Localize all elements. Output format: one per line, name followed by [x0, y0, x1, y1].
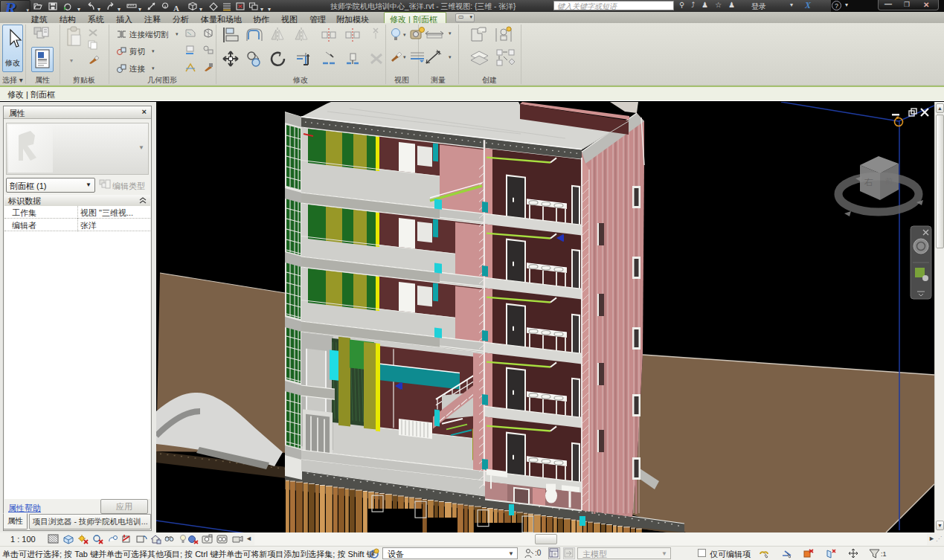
svg-text:右: 右 — [864, 177, 873, 187]
svg-text:前: 前 — [885, 177, 893, 185]
